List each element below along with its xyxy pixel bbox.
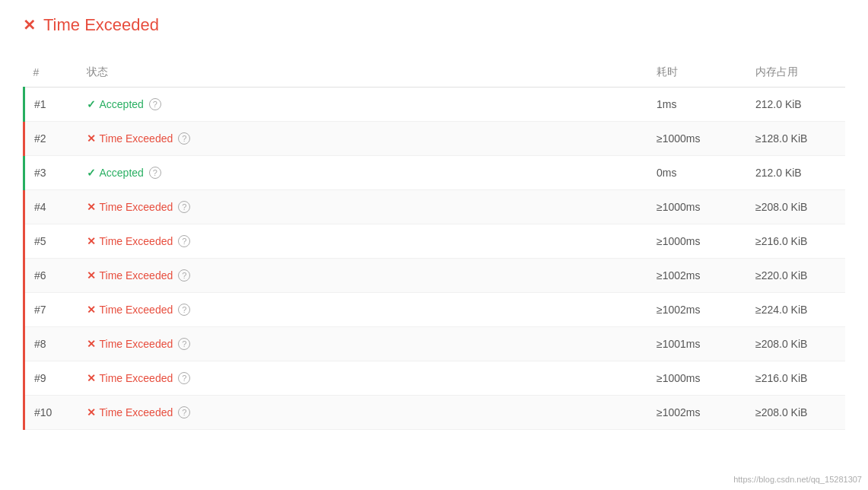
cell-row-status: ✓Accepted?: [78, 88, 648, 122]
help-icon[interactable]: ?: [149, 98, 161, 110]
cell-row-num: #1: [24, 88, 78, 122]
col-header-memory: 内存占用: [746, 58, 845, 88]
cell-row-status: ✓Accepted?: [78, 156, 648, 190]
help-icon[interactable]: ?: [178, 406, 190, 418]
status-label: Time Exceeded: [100, 235, 173, 247]
page-title: Time Exceeded: [43, 15, 159, 35]
cell-row-status: ✕Time Exceeded?: [78, 122, 648, 156]
page-title-row: ✕ Time Exceeded: [23, 15, 845, 35]
cell-row-memory: ≥208.0 KiB: [746, 327, 845, 361]
cell-row-memory: ≥208.0 KiB: [746, 396, 845, 430]
watermark: https://blog.csdn.net/qq_15281307: [733, 475, 862, 484]
cell-row-num: #4: [24, 190, 78, 224]
table-row: #6✕Time Exceeded?≥1002ms≥220.0 KiB: [24, 259, 846, 293]
cell-row-num: #8: [24, 327, 78, 361]
table-row: #10✕Time Exceeded?≥1002ms≥208.0 KiB: [24, 396, 846, 430]
cell-row-memory: ≥208.0 KiB: [746, 190, 845, 224]
cell-row-memory: 212.0 KiB: [746, 156, 845, 190]
cell-row-num: #5: [24, 224, 78, 259]
table-row: #9✕Time Exceeded?≥1000ms≥216.0 KiB: [24, 361, 846, 396]
table-row: #7✕Time Exceeded?≥1002ms≥224.0 KiB: [24, 293, 846, 327]
cell-row-status: ✕Time Exceeded?: [78, 224, 648, 259]
cell-row-status: ✕Time Exceeded?: [78, 327, 648, 361]
cell-row-memory: ≥216.0 KiB: [746, 361, 845, 396]
cell-row-time: ≥1001ms: [647, 327, 746, 361]
cross-icon: ✕: [87, 338, 96, 350]
cross-icon: ✕: [87, 269, 96, 282]
help-icon[interactable]: ?: [178, 269, 190, 282]
status-label: Accepted: [100, 98, 144, 110]
cell-row-num: #3: [24, 156, 78, 190]
cell-row-status: ✕Time Exceeded?: [78, 396, 648, 430]
cell-row-memory: ≥220.0 KiB: [746, 259, 845, 293]
cell-row-num: #10: [24, 396, 78, 430]
check-icon: ✓: [87, 167, 96, 179]
cell-row-memory: ≥128.0 KiB: [746, 122, 845, 156]
cell-row-num: #2: [24, 122, 78, 156]
status-label: Time Exceeded: [100, 304, 173, 316]
status-label: Time Exceeded: [100, 201, 173, 213]
cell-row-time: ≥1002ms: [647, 396, 746, 430]
table-row: #8✕Time Exceeded?≥1001ms≥208.0 KiB: [24, 327, 846, 361]
table-header-row: # 状态 耗时 内存占用: [24, 58, 846, 88]
title-error-icon: ✕: [23, 16, 36, 34]
cross-icon: ✕: [87, 201, 96, 213]
cross-icon: ✕: [87, 235, 96, 247]
table-row: #1✓Accepted?1ms212.0 KiB: [24, 88, 846, 122]
cell-row-status: ✕Time Exceeded?: [78, 293, 648, 327]
help-icon[interactable]: ?: [178, 304, 190, 316]
help-icon[interactable]: ?: [178, 338, 190, 350]
cross-icon: ✕: [87, 406, 96, 418]
table-row: #5✕Time Exceeded?≥1000ms≥216.0 KiB: [24, 224, 846, 259]
cell-row-time: ≥1000ms: [647, 190, 746, 224]
cell-row-time: ≥1000ms: [647, 122, 746, 156]
status-label: Time Exceeded: [100, 372, 173, 384]
cell-row-status: ✕Time Exceeded?: [78, 190, 648, 224]
cell-row-time: 1ms: [647, 88, 746, 122]
table-row: #2✕Time Exceeded?≥1000ms≥128.0 KiB: [24, 122, 846, 156]
status-label: Time Exceeded: [100, 269, 173, 282]
cell-row-time: ≥1002ms: [647, 293, 746, 327]
cell-row-memory: ≥216.0 KiB: [746, 224, 845, 259]
check-icon: ✓: [87, 98, 96, 110]
col-header-num: #: [24, 58, 78, 88]
cell-row-time: ≥1000ms: [647, 224, 746, 259]
help-icon[interactable]: ?: [178, 132, 190, 145]
page-container: ✕ Time Exceeded # 状态 耗时 内存占用 #1✓Accepted…: [0, 0, 868, 490]
cross-icon: ✕: [87, 372, 96, 384]
help-icon[interactable]: ?: [149, 167, 161, 179]
help-icon[interactable]: ?: [178, 372, 190, 384]
col-header-time: 耗时: [647, 58, 746, 88]
status-label: Time Exceeded: [100, 406, 173, 418]
cell-row-time: ≥1000ms: [647, 361, 746, 396]
help-icon[interactable]: ?: [178, 235, 190, 247]
cell-row-memory: ≥224.0 KiB: [746, 293, 845, 327]
cell-row-time: 0ms: [647, 156, 746, 190]
cell-row-status: ✕Time Exceeded?: [78, 361, 648, 396]
cell-row-num: #9: [24, 361, 78, 396]
cell-row-memory: 212.0 KiB: [746, 88, 845, 122]
results-table: # 状态 耗时 内存占用 #1✓Accepted?1ms212.0 KiB#2✕…: [23, 58, 845, 430]
status-label: Time Exceeded: [100, 132, 173, 145]
cross-icon: ✕: [87, 304, 96, 316]
cross-icon: ✕: [87, 132, 96, 145]
cell-row-status: ✕Time Exceeded?: [78, 259, 648, 293]
table-row: #4✕Time Exceeded?≥1000ms≥208.0 KiB: [24, 190, 846, 224]
table-row: #3✓Accepted?0ms212.0 KiB: [24, 156, 846, 190]
help-icon[interactable]: ?: [178, 201, 190, 213]
results-table-wrapper: # 状态 耗时 内存占用 #1✓Accepted?1ms212.0 KiB#2✕…: [23, 58, 845, 430]
cell-row-num: #6: [24, 259, 78, 293]
status-label: Accepted: [100, 167, 144, 179]
status-label: Time Exceeded: [100, 338, 173, 350]
cell-row-time: ≥1002ms: [647, 259, 746, 293]
cell-row-num: #7: [24, 293, 78, 327]
col-header-status: 状态: [78, 58, 648, 88]
